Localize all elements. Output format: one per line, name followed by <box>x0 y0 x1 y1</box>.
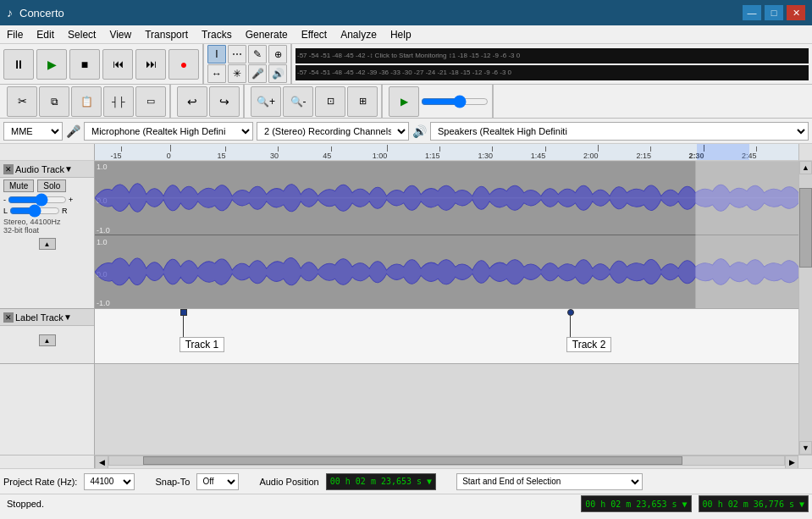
menu-view[interactable]: View <box>102 25 138 43</box>
fast-forward-button[interactable]: ⏭ <box>135 49 166 80</box>
ruler-wrapper: -15 0 15 30 45 1:00 1:15 1:30 1:45 2:00 … <box>0 144 812 161</box>
play-button[interactable]: ▶ <box>36 49 67 80</box>
menu-effect[interactable]: Effect <box>295 25 334 43</box>
app-title: Concerto <box>19 7 64 19</box>
h-scrollbar-row: ◀ ▶ <box>0 455 812 468</box>
ruler-spacer <box>0 144 95 161</box>
audio-track-dropdown-button[interactable]: ▼ <box>64 164 73 174</box>
ruler-tick: 1:45 <box>539 146 554 160</box>
cut-button[interactable]: ✂ <box>7 86 37 117</box>
gain-slider[interactable] <box>8 196 67 204</box>
audio-expand-button[interactable]: ▲ <box>39 238 56 250</box>
label-track2: Track 2 <box>566 309 612 352</box>
host-select[interactable]: MME <box>3 122 63 141</box>
menu-file[interactable]: File <box>0 25 30 43</box>
redo-button[interactable]: ↪ <box>209 86 240 117</box>
track-list: ✕ Audio Track ▼ Mute Solo - + <box>0 161 798 455</box>
tools-toolbar: I ⋯ ✎ ⊕ ↔ ✳ 🎤 🔊 <box>204 44 292 84</box>
label-expand-button[interactable]: ▲ <box>39 334 56 346</box>
menu-edit[interactable]: Edit <box>30 25 61 43</box>
h-scroll-left-button[interactable]: ◀ <box>95 456 108 469</box>
menu-generate[interactable]: Generate <box>239 25 295 43</box>
pan-slider[interactable] <box>9 207 60 215</box>
audio-track-row: ✕ Audio Track ▼ Mute Solo - + <box>0 161 798 309</box>
v-scroll-thumb[interactable] <box>799 188 812 268</box>
label-track-row: ✕ Label Track ▼ ▲ <box>0 309 798 364</box>
status-row-1: Project Rate (Hz): 44100 Snap-To Off Aud… <box>0 469 812 494</box>
menu-help[interactable]: Help <box>384 25 418 43</box>
ruler-tick: 45 <box>327 146 335 160</box>
audio-track-buttons: Mute Solo <box>0 178 94 194</box>
zoom-fit-button[interactable]: ⊡ <box>315 86 345 117</box>
copy-button[interactable]: ⧉ <box>39 86 69 117</box>
label-track-dropdown-button[interactable]: ▼ <box>64 312 72 322</box>
h-scroll-track <box>108 456 785 466</box>
maximize-button[interactable]: □ <box>765 5 783 20</box>
svg-rect-11 <box>695 161 798 308</box>
playback-speed-slider[interactable] <box>421 95 489 108</box>
app-container: ♪ Concerto — □ ✕ File Edit Select View T… <box>0 0 812 519</box>
stopped-status: Stopped. <box>3 497 47 511</box>
stop-button[interactable]: ■ <box>69 49 100 80</box>
zoom-out-button[interactable]: 🔍- <box>283 86 313 117</box>
audio-track-name: Audio Track <box>15 164 64 174</box>
ruler-tick: 2:45 <box>749 146 765 160</box>
silence-button[interactable]: ▭ <box>135 86 166 117</box>
undo-button[interactable]: ↩ <box>177 86 207 117</box>
minimize-button[interactable]: — <box>743 5 761 20</box>
zoom-in-button[interactable]: 🔍+ <box>251 86 281 117</box>
h-scroll-right-button[interactable]: ▶ <box>785 456 798 469</box>
select-tool-button[interactable]: I <box>207 45 226 63</box>
status-row-2: Stopped. 00 h 02 m 23,653 s ▼ 00 h 02 m … <box>0 494 812 513</box>
h-scroll-thumb[interactable] <box>143 456 683 465</box>
main-content: -15 0 15 30 45 1:00 1:15 1:30 1:45 2:00 … <box>0 144 812 519</box>
label-pin-line <box>183 316 184 337</box>
audio-track-close-button[interactable]: ✕ <box>3 164 14 174</box>
v-scroll-down-button[interactable]: ▼ <box>799 441 812 455</box>
h-scroll-corner <box>798 456 812 468</box>
envelope-tool-button[interactable]: ⋯ <box>228 45 246 63</box>
rewind-button[interactable]: ⏮ <box>102 49 133 80</box>
record-button[interactable]: ● <box>168 49 199 80</box>
menu-transport[interactable]: Transport <box>138 25 195 43</box>
playback-speed-button[interactable]: ▶ <box>389 86 419 117</box>
label-pin-dot2 <box>567 309 574 316</box>
v-scroll-track <box>799 174 812 441</box>
draw-tool-button[interactable]: ✎ <box>248 45 267 63</box>
svg-text:-1.0: -1.0 <box>97 226 110 235</box>
project-rate-select[interactable]: 44100 <box>84 473 135 490</box>
paste-button[interactable]: 📋 <box>71 86 102 117</box>
close-button[interactable]: ✕ <box>787 5 805 20</box>
mic-tool-button[interactable]: 🎤 <box>248 64 267 83</box>
mic-select[interactable]: Microphone (Realtek High Defini <box>84 122 253 141</box>
speaker-tool-button[interactable]: 🔊 <box>268 64 287 83</box>
vertical-scrollbar: ▲ ▼ <box>798 161 812 455</box>
menu-tracks[interactable]: Tracks <box>195 25 239 43</box>
pause-button[interactable]: ⏸ <box>3 49 34 80</box>
h-scroll-spacer <box>0 456 95 468</box>
tracks-viewport: ✕ Audio Track ▼ Mute Solo - + <box>0 161 812 455</box>
label-track-waveform[interactable]: Track 1 Track 2 <box>95 309 798 363</box>
ruler-tick: 2:00 <box>591 145 606 160</box>
audio-track-waveform[interactable]: 1.0 0.0 -1.0 1.0 0.0 -1.0 <box>95 161 798 308</box>
speaker-select[interactable]: Speakers (Realtek High Definiti <box>430 122 809 141</box>
menu-analyze[interactable]: Analyze <box>334 25 384 43</box>
label-track-close-button[interactable]: ✕ <box>3 312 14 323</box>
snap-to-select[interactable]: Off <box>196 473 239 490</box>
mute-button[interactable]: Mute <box>3 179 34 192</box>
zoom-sel-button[interactable]: ⊞ <box>347 86 378 117</box>
channels-select[interactable]: 2 (Stereo) Recording Channels <box>257 122 409 141</box>
trim-button[interactable]: ┤├ <box>103 86 134 117</box>
ruler-tick: 1:00 <box>380 145 395 160</box>
solo-button[interactable]: Solo <box>37 179 66 192</box>
menu-select[interactable]: Select <box>61 25 102 43</box>
v-scroll-up-button[interactable]: ▲ <box>799 161 812 174</box>
timeshift-tool-button[interactable]: ↔ <box>207 64 226 83</box>
label-track1: Track 1 <box>180 309 225 352</box>
selection-type-select[interactable]: Start and End of Selection <box>456 473 643 490</box>
zoom-tool-button[interactable]: ⊕ <box>268 45 287 63</box>
pan-right-label: R <box>62 207 68 215</box>
svg-text:-1.0: -1.0 <box>97 299 110 307</box>
multi-tool-button[interactable]: ✳ <box>228 64 246 83</box>
ruler-tick: 0 <box>168 145 173 160</box>
